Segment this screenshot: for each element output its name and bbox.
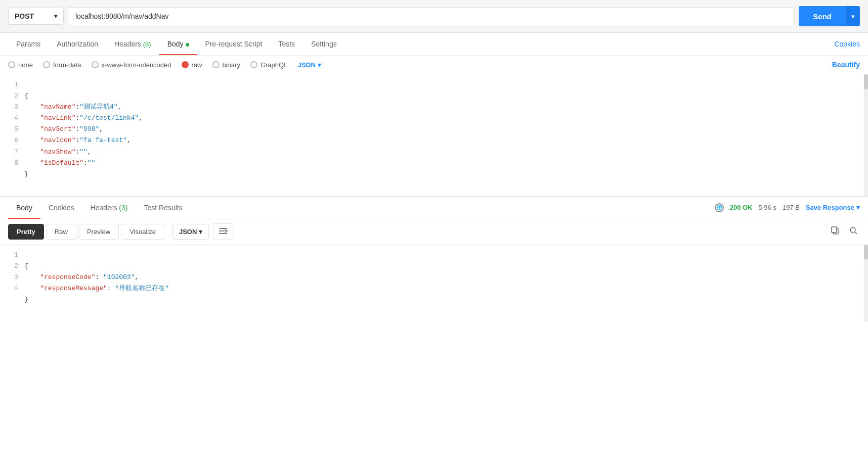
radio-raw xyxy=(182,61,189,68)
json-chevron-icon: ▾ xyxy=(318,61,321,69)
tab-settings[interactable]: Settings xyxy=(303,33,345,55)
send-main-button[interactable]: Send xyxy=(799,6,846,26)
request-tabs: Params Authorization Headers (8) Body Pr… xyxy=(0,33,868,56)
send-dropdown-button[interactable]: ▾ xyxy=(846,6,860,26)
search-response-button[interactable] xyxy=(847,224,860,239)
resp-view-pretty[interactable]: Pretty xyxy=(8,224,44,240)
response-body-toolbar: Pretty Raw Preview Visualize JSON ▾ xyxy=(0,219,868,245)
wrap-lines-button[interactable] xyxy=(213,223,233,240)
radio-urlencoded xyxy=(92,61,99,68)
resp-tab-cookies[interactable]: Cookies xyxy=(40,197,82,219)
url-bar: POST ▾ Send ▾ xyxy=(0,0,868,33)
save-response-button[interactable]: Save Response ▾ xyxy=(806,204,860,211)
method-label: POST xyxy=(15,12,34,20)
response-time: 5.96 s xyxy=(758,204,776,211)
response-section: Body Cookies Headers (3) Test Results 🌐 … xyxy=(0,197,868,322)
svg-line-6 xyxy=(855,232,857,234)
response-meta: 🌐 200 OK 5.96 s 197 B Save Response ▾ xyxy=(715,203,860,212)
globe-icon: 🌐 xyxy=(715,203,724,212)
radio-none xyxy=(8,61,15,68)
svg-point-5 xyxy=(850,227,855,232)
response-tabs: Body Cookies Headers (3) Test Results 🌐 … xyxy=(0,197,868,219)
resp-json-format-select[interactable]: JSON ▾ xyxy=(172,224,209,240)
response-code-content[interactable]: { "responseCode": "102003", "responseMes… xyxy=(24,245,868,322)
tab-tests[interactable]: Tests xyxy=(270,33,303,55)
send-button-group: Send ▾ xyxy=(799,6,860,26)
tab-authorization[interactable]: Authorization xyxy=(49,33,106,55)
request-code-editor: 1 2 3 4 5 6 7 8 { "navName":"测试导航4", "na… xyxy=(0,74,868,197)
resp-view-visualize[interactable]: Visualize xyxy=(121,224,164,240)
request-line-numbers: 1 2 3 4 5 6 7 8 xyxy=(0,74,24,196)
response-scrollbar-thumb xyxy=(864,245,868,260)
tab-params[interactable]: Params xyxy=(8,33,49,55)
json-format-select[interactable]: JSON ▾ xyxy=(297,61,321,69)
response-status: 200 OK xyxy=(730,204,753,211)
resp-tab-test-results[interactable]: Test Results xyxy=(136,197,190,219)
body-active-dot xyxy=(186,43,189,46)
url-input[interactable] xyxy=(68,7,795,25)
body-type-none[interactable]: none xyxy=(8,61,33,69)
request-code-content[interactable]: { "navName":"测试导航4", "navLink":"/c/test/… xyxy=(24,74,868,196)
body-type-urlencoded[interactable]: x-www-form-urlencoded xyxy=(92,61,171,69)
svg-rect-4 xyxy=(832,227,837,232)
body-type-row: none form-data x-www-form-urlencoded raw… xyxy=(0,56,868,74)
body-type-raw[interactable]: raw xyxy=(182,61,202,69)
body-type-form-data[interactable]: form-data xyxy=(43,61,81,69)
resp-json-chevron-icon: ▾ xyxy=(199,228,202,236)
beautify-button[interactable]: Beautify xyxy=(832,61,860,69)
response-size: 197 B xyxy=(783,204,800,211)
request-scrollbar-thumb xyxy=(864,74,868,89)
resp-view-preview[interactable]: Preview xyxy=(78,224,119,240)
body-type-binary[interactable]: binary xyxy=(212,61,240,69)
save-response-chevron-icon: ▾ xyxy=(856,204,860,211)
tab-headers[interactable]: Headers (8) xyxy=(106,33,159,55)
method-selector[interactable]: POST ▾ xyxy=(8,8,64,25)
copy-response-button[interactable] xyxy=(829,224,842,239)
resp-view-raw[interactable]: Raw xyxy=(46,224,76,240)
request-scrollbar[interactable] xyxy=(864,74,868,196)
body-type-graphql[interactable]: GraphQL xyxy=(250,61,287,69)
cookies-link[interactable]: Cookies xyxy=(834,40,860,48)
response-code-editor: 1 2 3 4 { "responseCode": "102003", "res… xyxy=(0,245,868,322)
response-right-icons xyxy=(829,224,860,239)
radio-graphql xyxy=(250,61,257,68)
tab-body[interactable]: Body xyxy=(159,33,197,55)
radio-form-data xyxy=(43,61,50,68)
response-scrollbar[interactable] xyxy=(864,245,868,322)
resp-tab-body[interactable]: Body xyxy=(8,197,40,219)
tab-pre-request[interactable]: Pre-request Script xyxy=(197,33,271,55)
radio-binary xyxy=(212,61,220,68)
resp-tab-headers[interactable]: Headers (3) xyxy=(82,197,136,219)
method-chevron-icon: ▾ xyxy=(54,13,57,20)
response-line-numbers: 1 2 3 4 xyxy=(0,245,24,322)
